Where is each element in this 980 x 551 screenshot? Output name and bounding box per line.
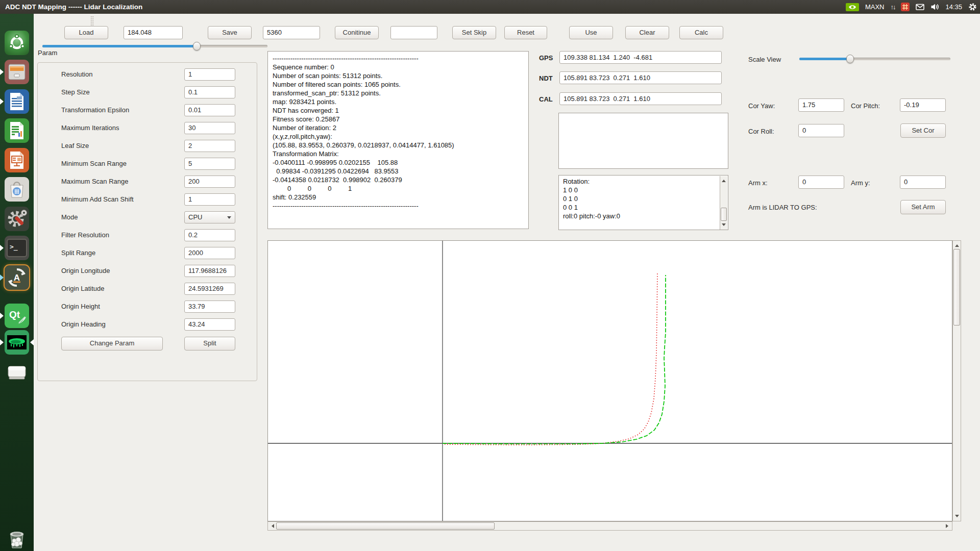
scale-view-slider[interactable]	[799, 55, 950, 63]
slider-handle[interactable]	[846, 55, 854, 63]
scroll-left-icon[interactable]	[270, 524, 274, 528]
libreoffice-calc-icon[interactable]	[5, 118, 29, 143]
external-drive-icon[interactable]	[5, 360, 29, 384]
volume-icon[interactable]	[930, 3, 939, 11]
map-plot-view[interactable]	[267, 240, 952, 521]
gps-label: GPS	[539, 54, 553, 62]
arm-y-label: Arm y:	[851, 179, 870, 187]
qt-creator-icon[interactable]: Qt	[5, 304, 29, 328]
scrollbar-thumb[interactable]	[953, 249, 960, 325]
param-label: Filter Resolution	[61, 229, 109, 241]
scrollbar-thumb[interactable]	[721, 208, 727, 221]
plot-horizontal-scrollbar[interactable]	[267, 521, 952, 531]
save-value-input[interactable]: 5360	[263, 26, 320, 39]
text-line: Fitness score: 0.25867	[273, 115, 528, 123]
lidar-app-icon[interactable]	[5, 330, 29, 355]
cor-roll-input[interactable]: 0	[798, 124, 844, 137]
text-line: Transformation Matrix:	[273, 149, 528, 158]
input-method-icon[interactable]	[901, 3, 910, 11]
cor-pitch-label: Cor Pitch:	[851, 102, 880, 110]
console-output[interactable]: ----------------------------------------…	[267, 51, 529, 229]
param-input[interactable]: 1	[184, 68, 235, 81]
set-skip-button[interactable]: Set Skip	[452, 26, 496, 39]
param-input[interactable]: 5	[184, 158, 235, 170]
scroll-down-icon[interactable]	[955, 515, 959, 519]
scroll-up-icon[interactable]	[722, 178, 726, 182]
save-button[interactable]: Save	[208, 26, 252, 39]
file-manager-icon[interactable]	[5, 60, 29, 84]
mode-select[interactable]: CPU	[184, 211, 235, 223]
param-input[interactable]: 2	[184, 140, 235, 152]
param-row: ModeCPU	[38, 211, 258, 223]
param-input[interactable]: 0.1	[184, 86, 235, 98]
cal-label: CAL	[539, 95, 553, 103]
param-input[interactable]: 43.24	[184, 318, 235, 331]
rotation-box[interactable]: Rotation:1 0 00 1 00 0 1roll:0 pitch:-0 …	[558, 175, 728, 230]
scroll-down-icon[interactable]	[722, 223, 726, 228]
sequence-slider[interactable]	[42, 42, 267, 51]
scroll-right-icon[interactable]	[946, 524, 950, 528]
gps-value[interactable]: 109.338 81.134 1.240 -4.681	[559, 51, 722, 64]
plot-vertical-scrollbar[interactable]	[952, 240, 961, 521]
rotation-scrollbar[interactable]	[720, 176, 727, 230]
load-button[interactable]: Load	[64, 26, 108, 39]
scroll-up-icon[interactable]	[955, 242, 959, 247]
param-input[interactable]: 24.5931269	[184, 283, 235, 295]
split-button[interactable]: Split	[184, 337, 235, 350]
param-input[interactable]: 200	[184, 176, 235, 188]
system-tray: MAXN ↑↓ 14:35	[846, 0, 977, 14]
focused-indicator	[27, 339, 34, 345]
cor-yaw-input[interactable]: 1.75	[798, 98, 844, 112]
calc-button[interactable]: Calc	[679, 26, 723, 39]
cal-value[interactable]: 105.891 83.723 0.271 1.610	[559, 92, 722, 105]
clear-button[interactable]: Clear	[625, 26, 669, 39]
ndt-trajectory	[443, 275, 666, 444]
skip-value-input[interactable]	[390, 26, 437, 39]
cor-pitch-input[interactable]: -0.19	[900, 98, 946, 112]
param-row: Minimum Add Scan Shift1	[38, 193, 258, 206]
terminal-icon[interactable]: >_	[5, 236, 29, 260]
set-arm-button[interactable]: Set Arm	[900, 200, 946, 214]
change-param-button[interactable]: Change Param	[61, 337, 163, 350]
gpu-mode-label: MAXN	[865, 3, 885, 11]
slider-handle[interactable]	[193, 42, 201, 51]
mail-icon[interactable]	[916, 3, 924, 11]
session-gear-icon[interactable]	[968, 3, 977, 11]
param-label: Maximum Iterations	[61, 122, 119, 134]
software-updater-icon[interactable]: A	[5, 265, 29, 290]
ndt-value[interactable]: 105.891 83.723 0.271 1.610	[559, 71, 722, 84]
slider-fill	[799, 58, 850, 60]
updown-arrows-icon[interactable]: ↑↓	[890, 3, 895, 11]
reset-button[interactable]: Reset	[504, 26, 547, 39]
text-line: 1 0 0	[563, 186, 719, 194]
text-line: roll:0 pitch:-0 yaw:0	[563, 212, 719, 220]
ubuntu-software-icon[interactable]	[5, 177, 29, 202]
trash-icon[interactable]	[5, 527, 29, 551]
param-input[interactable]: 117.9688126	[184, 265, 235, 277]
param-label: Origin Heading	[61, 318, 106, 331]
text-line: Sequence number: 0	[273, 63, 528, 71]
slider-fill	[42, 45, 197, 47]
param-input[interactable]: 33.79	[184, 300, 235, 313]
use-button[interactable]: Use	[569, 26, 613, 39]
param-input[interactable]: 0.2	[184, 229, 235, 241]
ubuntu-dash-icon[interactable]	[5, 31, 29, 55]
libreoffice-writer-icon[interactable]	[5, 89, 29, 114]
window-title: ADC NDT Mapping ------ Lidar Localizatio…	[5, 0, 142, 14]
set-cor-button[interactable]: Set Cor	[900, 123, 946, 138]
param-row: Minimum Scan Range5	[38, 158, 258, 170]
continue-button[interactable]: Conitinue	[335, 26, 379, 39]
param-input[interactable]: 0.01	[184, 104, 235, 116]
param-row: Transformation Epsilon0.01	[38, 104, 258, 116]
clock: 14:35	[945, 3, 962, 11]
nvidia-icon[interactable]	[846, 3, 859, 11]
system-settings-icon[interactable]	[5, 207, 29, 231]
load-value-input[interactable]: 184.048	[124, 26, 183, 39]
param-input[interactable]: 1	[184, 193, 235, 206]
param-input[interactable]: 2000	[184, 247, 235, 259]
arm-x-input[interactable]: 0	[798, 176, 844, 189]
arm-y-input[interactable]: 0	[900, 176, 946, 189]
libreoffice-impress-icon[interactable]	[5, 148, 29, 172]
scrollbar-thumb[interactable]	[276, 522, 495, 530]
param-input[interactable]: 30	[184, 122, 235, 134]
